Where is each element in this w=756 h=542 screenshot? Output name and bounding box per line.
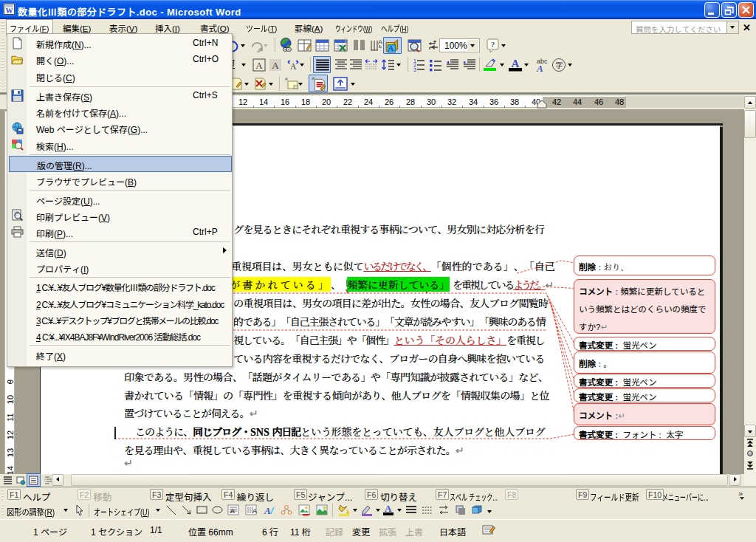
svg-text:字: 字 [555,59,563,70]
svg-text:A: A [388,44,394,52]
svg-text:A: A [252,507,257,515]
svg-text:A: A [255,60,263,71]
svg-text:?: ? [491,40,495,49]
svg-text:A: A [230,507,235,515]
svg-text:W: W [6,7,13,15]
svg-text:A: A [536,63,543,73]
svg-text:A: A [512,58,520,69]
svg-text:A: A [264,505,271,516]
svg-text:3: 3 [413,67,416,72]
svg-text:A: A [272,60,279,71]
svg-text:A: A [290,61,297,72]
svg-text:A: A [378,38,382,46]
